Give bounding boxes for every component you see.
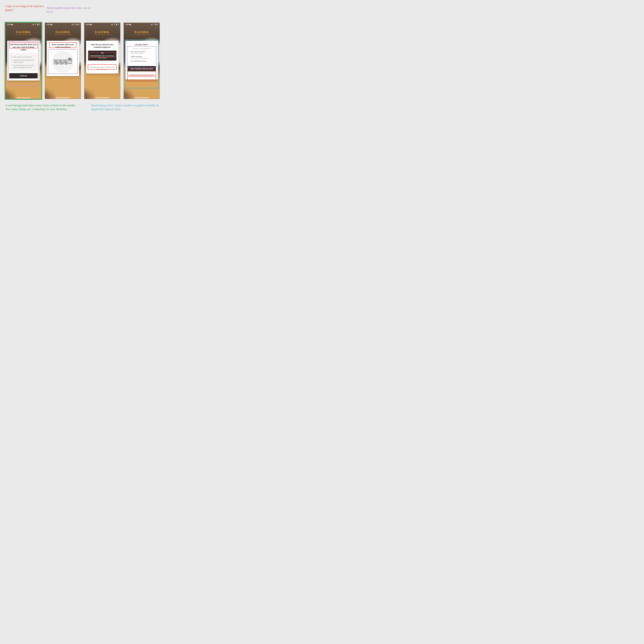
phone-wrap-4: 2:43 KAHWA COFFEE ROASTERS Are you sure?: [124, 23, 160, 99]
home-indicator[interactable]: [95, 98, 109, 98]
linked-benefits-title: LINKED CARD BENEFITS: [129, 48, 155, 49]
receipt-icon: [54, 60, 58, 64]
check-icon: ✓: [129, 56, 130, 59]
brand-logo: KAHWA COFFEE ROASTERS: [5, 30, 41, 35]
phone-wrap-3: 2:42 KAHWA COFFEE ROASTERS How do you wa…: [84, 23, 120, 99]
card-title: How do you want to earn rewards progress…: [88, 43, 116, 49]
receipt-icon: [63, 60, 67, 64]
status-bar: 2:42: [5, 23, 41, 26]
signal-icon: [32, 24, 34, 25]
illustration-circle: [52, 51, 74, 73]
brand-name: KAHWA: [45, 30, 81, 34]
benefit-main: Faster and easier: [131, 56, 148, 57]
brand-logo: KAHWA COFFEE ROASTERS: [45, 30, 81, 35]
wifi-icon: [35, 24, 36, 25]
card-title: Get these benefits when you use your car…: [9, 43, 38, 51]
benefit-row: ✓No new cards to carry, use the card you…: [11, 64, 36, 68]
status-bar: 2:42: [84, 23, 120, 26]
home-indicator[interactable]: [16, 98, 31, 98]
brand-name: KAHWA: [5, 30, 41, 34]
benefits-box: ✓Free reward just for joining ✓Automatic…: [9, 53, 38, 71]
upload-manually-button[interactable]: I'll upload my receipts manually: [128, 72, 156, 77]
home-indicator[interactable]: [56, 98, 70, 98]
continue-button[interactable]: Continue: [9, 73, 38, 78]
status-bar: 2:42: [45, 23, 81, 26]
check-icon: ✓: [11, 64, 12, 68]
check-icon: ✓: [129, 51, 130, 54]
phone-wrap-2: 2:42 KAHWA COFFEE ROASTERS Earn rewards …: [45, 23, 81, 99]
linked-benefits-box: LINKED CARD BENEFITS ✓ More earned rewar…: [128, 47, 156, 64]
brand-subtitle: COFFEE ROASTERS: [84, 34, 120, 35]
annotation-purple: Muted palette takes key info. out of foc…: [46, 6, 93, 14]
modal-card-1: Get these benefits when you use your car…: [7, 41, 40, 81]
benefit-text: No new cards to carry, use the card you …: [13, 64, 36, 68]
phone-screen-1: 2:42 KAHWA COFFEE ROASTERS Get these ben…: [5, 23, 41, 99]
benefit-main: Earn 500 Bonus Points: [131, 60, 146, 62]
benefit-main: More earned rewards: [131, 51, 145, 53]
annotation-blue: Questioning user's choice creates a cogn…: [91, 103, 159, 111]
auto-sync-subtitle: (most popular): [89, 57, 115, 59]
status-bar: 2:43: [124, 23, 160, 26]
modal-card-3: How do you want to earn rewards progress…: [86, 41, 118, 74]
brand-logo: KAHWA COFFEE ROASTERS: [84, 30, 120, 35]
phone-screen-2: 2:42 KAHWA COFFEE ROASTERS Earn rewards …: [45, 23, 81, 99]
signal-icon: [150, 24, 152, 25]
annotation-green: Loud background takes away from content …: [6, 103, 80, 111]
wifi-icon: [153, 24, 155, 25]
benefit-sub: No manual uploads required: [131, 57, 148, 59]
wifi-icon: [74, 24, 76, 25]
benefit-row: ✓Automatic reward progress for each purc…: [11, 59, 36, 63]
manual-receipt-option[interactable]: Manually take photo of receipt after eac…: [88, 65, 116, 71]
or-separator: or: [88, 62, 116, 64]
battery-icon: [37, 24, 40, 25]
battery-icon: [155, 24, 158, 25]
brand-name: KAHWA: [84, 30, 120, 34]
benefit-sub: No forgotten receipts: [131, 53, 145, 54]
linked-benefit-row: ✓ Faster and easierNo manual uploads req…: [129, 56, 155, 59]
battery-icon: [77, 24, 79, 25]
linked-benefit-row: ✓ More earned rewardsNo forgotten receip…: [129, 51, 155, 54]
battery-icon: [116, 24, 118, 25]
home-indicator[interactable]: [135, 98, 149, 98]
brand-logo: KAHWA COFFEE ROASTERS: [124, 30, 160, 35]
modal-card-2: Earn rewards when you make purchases: [47, 41, 79, 76]
card-title: Earn rewards when you make purchases: [49, 43, 77, 49]
status-time: 2:42: [86, 24, 89, 25]
status-time: 2:42: [7, 24, 10, 25]
status-time: 2:43: [125, 24, 129, 25]
do-not-disturb-icon: [90, 24, 92, 25]
benefit-text: Free reward just for joining: [13, 56, 32, 58]
receipt-icon: [59, 60, 62, 64]
check-icon: ✓: [11, 59, 12, 63]
phones-row: 2:42 KAHWA COFFEE ROASTERS Get these ben…: [5, 23, 160, 99]
phone-screen-4: 2:43 KAHWA COFFEE ROASTERS Are you sure?: [124, 23, 160, 99]
do-not-disturb-icon: [50, 24, 52, 25]
auto-sync-option[interactable]: Automatically sync purchases (most popul…: [88, 51, 116, 61]
do-not-disturb-icon: [129, 24, 131, 25]
auto-sync-title: Automatically sync purchases: [89, 55, 115, 57]
signal-icon: [111, 24, 113, 25]
annotation-red: Copy is too long to be read at a glance.: [5, 4, 44, 12]
signal-icon: [72, 24, 74, 25]
check-icon: ✓: [11, 56, 12, 58]
brand-subtitle: COFFEE ROASTERS: [124, 34, 160, 35]
gift-icon: [68, 60, 72, 64]
status-time: 2:42: [47, 24, 50, 25]
phone-screen-3: 2:42 KAHWA COFFEE ROASTERS How do you wa…: [84, 23, 120, 99]
linked-benefit-row: ✓ Earn 500 Bonus Points: [129, 60, 155, 62]
benefit-text: Automatic reward progress for each purch…: [13, 59, 36, 63]
brand-name: KAHWA: [124, 30, 160, 34]
brand-subtitle: COFFEE ROASTERS: [45, 34, 81, 35]
card-title: Are you sure?: [128, 43, 156, 46]
modal-card-4: Are you sure? LINKED CARD BENEFITS ✓ Mor…: [125, 41, 158, 79]
card-icon: [101, 52, 103, 54]
brand-subtitle: COFFEE ROASTERS: [5, 34, 41, 35]
do-not-disturb-icon: [11, 24, 13, 25]
check-icon: ✓: [129, 60, 130, 62]
wifi-icon: [113, 24, 115, 25]
earn-with-card-button[interactable]: Earn rewards with my card: [128, 66, 156, 71]
phone-wrap-1: 2:42 KAHWA COFFEE ROASTERS Get these ben…: [5, 23, 41, 99]
benefit-row: ✓Free reward just for joining: [11, 56, 36, 58]
